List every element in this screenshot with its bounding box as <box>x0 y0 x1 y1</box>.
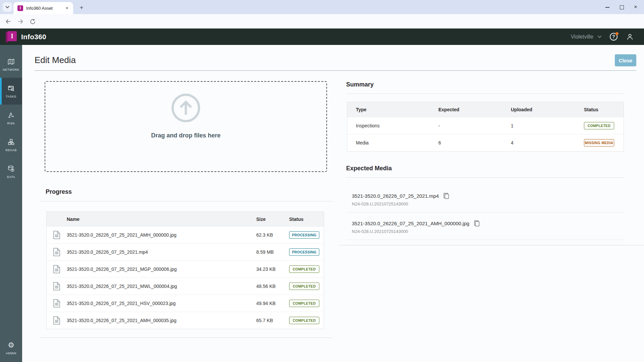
summary-type: Media <box>356 140 438 145</box>
file-size: 48.56 KB <box>256 284 289 289</box>
sidebar-item-network[interactable]: NETWORK <box>0 51 22 78</box>
tab-search-chevron-icon[interactable] <box>3 2 12 12</box>
status-badge: COMPLETED <box>289 300 319 307</box>
copy-button[interactable] <box>473 220 480 227</box>
summary-expected: - <box>438 123 511 128</box>
status-badge: PROCESSING <box>289 248 319 256</box>
file-name: 3521-3520.0_26226_07_25_2021_AMH_000000.… <box>67 232 256 238</box>
file-name: 3521-3520.0_26226_07_25_2021.mp4 <box>67 249 256 255</box>
window-minimize-button[interactable] <box>605 5 610 9</box>
table-row: Inspections - 1 COMPLETED <box>347 117 624 134</box>
progress-table-header: Name Size Status <box>47 212 324 226</box>
close-button[interactable]: Close <box>615 54 636 66</box>
file-icon <box>53 299 60 308</box>
gear-icon: ⚙ <box>8 341 14 349</box>
table-row: 3521-3520.0_26226_07_25_2021.mp4 8.59 MB… <box>47 243 324 260</box>
map-icon <box>7 58 15 66</box>
table-row: 3521-3520.0_26226_07_25_2021_MWL_000004.… <box>47 278 324 295</box>
tab-close-icon[interactable]: × <box>64 5 70 11</box>
browser-tab-strip: I Info360 Asset × + × <box>0 0 644 14</box>
file-name: 3521-3520.0_26226_07_25_2021_AMH_000035.… <box>67 318 256 323</box>
column-header-type: Type <box>356 107 438 112</box>
user-account-button[interactable] <box>626 33 634 41</box>
summary-divider <box>346 94 625 94</box>
expected-media-item: 3521-3520.0_26226_07_25_2021_AMH_000000.… <box>347 213 624 240</box>
sidebar-item-rehab[interactable]: REHAB <box>0 131 22 158</box>
chevron-down-icon <box>597 35 602 38</box>
person-icon <box>626 33 634 41</box>
summary-table-header: Type Expected Uploaded Status <box>347 102 624 117</box>
new-tab-button[interactable]: + <box>77 3 86 12</box>
reload-button[interactable] <box>28 17 37 26</box>
file-size: 49.94 KB <box>256 301 289 306</box>
table-row: Media 6 4 MISSING MEDIA <box>347 134 624 151</box>
expected-media-list: 3521-3520.0_26226_07_25_2021.mp4 N24-028… <box>347 178 624 240</box>
info360-logo: I <box>6 31 17 43</box>
summary-table: Type Expected Uploaded Status Inspection… <box>347 102 624 152</box>
summary-type: Inspections <box>356 123 438 128</box>
expected-media-code: N24-028.U.20210725143000 <box>352 201 624 206</box>
file-dropzone[interactable]: Drag and drop files here <box>45 81 327 172</box>
progress-title: Progress <box>46 188 72 195</box>
site-selector-value: Violetville <box>571 34 593 40</box>
column-header-expected: Expected <box>438 107 511 112</box>
header-divider <box>35 70 636 71</box>
file-icon <box>53 231 60 239</box>
sidebar-item-label: REHAB <box>5 148 17 152</box>
column-header-status: Status <box>289 217 324 222</box>
copy-icon <box>443 193 449 199</box>
summary-uploaded: 4 <box>511 140 584 145</box>
status-badge: PROCESSING <box>289 231 319 239</box>
progress-bottom-divider <box>39 338 333 338</box>
sidebar-item-admin[interactable]: ⚙ ADMIN <box>0 335 22 361</box>
expected-media-name: 3521-3520.0_26226_07_25_2021_AMH_000000.… <box>352 221 469 226</box>
sidebar-nav: NETWORK TASKS RISK REHAB DATA ⚙ ADMIN <box>0 45 22 362</box>
expected-media-code: N24-028.U.20210725143000 <box>352 229 624 234</box>
copy-button[interactable] <box>443 192 449 199</box>
file-icon <box>53 282 60 291</box>
status-badge: COMPLETED <box>289 265 319 273</box>
browser-tab[interactable]: I Info360 Asset × <box>13 2 73 14</box>
sidebar-item-label: TASKS <box>6 95 16 98</box>
sidebar-item-label: NETWORK <box>3 68 19 71</box>
site-selector-dropdown[interactable]: Violetville <box>571 34 602 40</box>
summary-uploaded: 1 <box>511 123 584 128</box>
file-icon <box>53 265 60 274</box>
sidebar-item-data[interactable]: DATA <box>0 158 22 185</box>
file-size: 65.7 KB <box>256 318 289 323</box>
progress-table: Name Size Status 3521-3520.0_26226_07_25… <box>46 212 324 329</box>
column-header-size: Size <box>256 217 289 222</box>
expected-media-name: 3521-3520.0_26226_07_25_2021.mp4 <box>352 193 439 199</box>
help-button[interactable]: ? <box>610 33 618 41</box>
sidebar-item-label: RISK <box>7 122 15 125</box>
sidebar-item-risk[interactable]: RISK <box>0 105 22 131</box>
sidebar-item-label: ADMIN <box>6 352 16 355</box>
file-name: 3521-3520.0_26226_07_25_2021_MWL_000004.… <box>67 284 256 289</box>
file-icon <box>53 316 60 325</box>
tasks-icon <box>7 84 15 93</box>
file-icon <box>53 248 60 256</box>
expected-media-item: 3521-3520.0_26226_07_25_2021.mp4 N24-028… <box>347 185 624 213</box>
table-row: 3521-3520.0_26226_07_25_2021_AMH_000000.… <box>47 226 324 243</box>
summary-expected: 6 <box>438 140 511 145</box>
table-row: 3521-3520.0_26226_07_25_2021_MGP_000006.… <box>47 260 324 278</box>
sidebar-item-tasks[interactable]: TASKS <box>0 78 22 105</box>
risk-icon <box>7 111 15 119</box>
column-header-uploaded: Uploaded <box>511 107 584 112</box>
column-header-status: Status <box>584 107 624 112</box>
status-badge: COMPLETED <box>289 317 319 324</box>
app-header: I Info360 Violetville ? <box>0 28 644 45</box>
upload-icon <box>170 92 202 124</box>
file-size: 62.3 KB <box>256 232 289 238</box>
database-icon <box>7 165 15 173</box>
back-button[interactable] <box>4 17 13 26</box>
window-maximize-button[interactable] <box>619 5 624 9</box>
notification-dot <box>615 32 619 35</box>
file-name: 3521-3520.0_26226_07_25_2021_HSV_000023.… <box>67 301 256 306</box>
window-close-button[interactable]: × <box>633 5 638 9</box>
forward-button[interactable] <box>16 17 25 26</box>
expected-media-title: Expected Media <box>346 165 392 172</box>
main-content: Edit Media Close Drag and drop files her… <box>22 45 644 362</box>
summary-title: Summary <box>346 81 374 88</box>
rehab-icon <box>7 138 15 146</box>
